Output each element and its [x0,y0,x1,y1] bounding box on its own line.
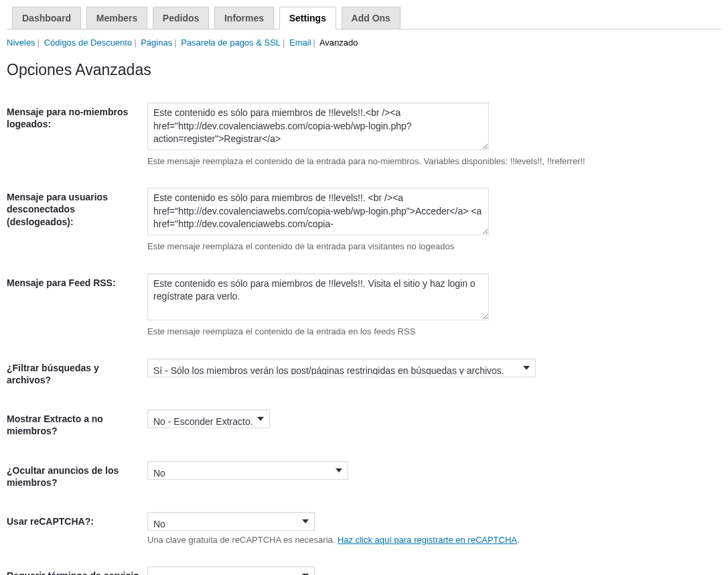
desc-rss-message: Este mensaje reemplaza el contenido de l… [147,325,715,338]
desc-nonmember-message: Este mensaje reemplaza el contenido de l… [147,155,715,168]
select-tos[interactable]: No [147,566,315,575]
tab-settings[interactable]: Settings [279,7,336,29]
settings-form: Mensaje para no-miembros logeados: Este … [7,92,721,575]
label-hide-ads: ¿Ocultar anuncios de los miembros? [7,451,147,502]
textarea-nonmember-message[interactable] [147,103,489,150]
desc-recaptcha: Una clave gratuita de reCAPTCHA es neces… [147,533,715,547]
subtab-paginas[interactable]: Páginas [141,38,172,48]
page-title: Opciones Avanzadas [7,61,721,79]
tab-pedidos[interactable]: Pedidos [153,7,209,29]
subtab-email[interactable]: Email [289,38,311,48]
textarea-rss-message[interactable] [147,273,489,321]
label-recaptcha: Usar reCAPTCHA?: [7,502,147,557]
label-rss-message: Mensaje para Feed RSS: [7,263,147,348]
subtab-niveles[interactable]: Niveles [7,38,35,48]
tab-addons[interactable]: Add Ons [342,7,401,29]
label-show-excerpt: Mostrar Extracto a no miembros? [7,399,147,450]
tab-members[interactable]: Members [86,7,147,29]
link-recaptcha-signup[interactable]: Haz click aquí para registrarte en reCAP… [338,535,517,545]
label-loggedout-message: Mensaje para usuarios desconectados (des… [7,178,147,263]
label-tos: Requerir términos de servicio durante el… [7,556,147,575]
desc-loggedout-message: Este mensaje reemplaza el contenido de l… [147,240,715,253]
select-show-excerpt[interactable]: No - Esconder Extracto. [147,409,270,428]
select-filter-searches[interactable]: Sí - Sólo los miembros verán los post/pá… [147,359,536,377]
main-tabs: Dashboard Members Pedidos Informes Setti… [7,0,721,29]
subtab-pasarela[interactable]: Pasarela de pagos & SSL [181,38,281,48]
subtab-codigos[interactable]: Códigos de Descuento [44,38,133,48]
label-filter-searches: ¿Filtrar búsquedas y archivos? [7,348,147,399]
select-recaptcha[interactable]: No [147,512,315,531]
sub-tabs: Niveles| Códigos de Descuento| Páginas| … [7,38,721,48]
subtab-avanzado[interactable]: Avanzado [319,38,358,48]
textarea-loggedout-message[interactable] [147,188,489,235]
label-nonmember-message: Mensaje para no-miembros logeados: [7,92,147,178]
tab-dashboard[interactable]: Dashboard [12,7,81,29]
tab-informes[interactable]: Informes [214,7,274,29]
select-hide-ads[interactable]: No [147,461,348,480]
